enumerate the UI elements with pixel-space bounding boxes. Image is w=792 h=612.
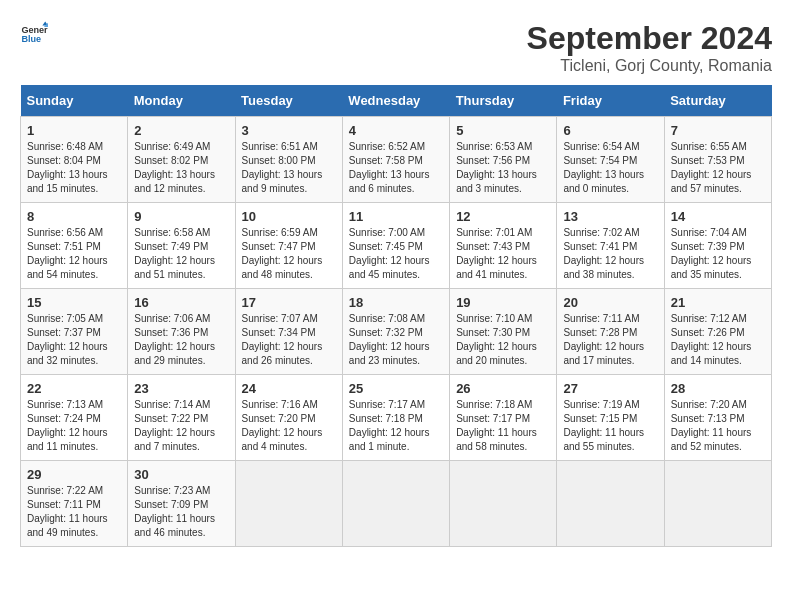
calendar-cell-17: 17Sunrise: 7:07 AMSunset: 7:34 PMDayligh…	[235, 289, 342, 375]
day-number: 22	[27, 381, 121, 396]
header-thursday: Thursday	[450, 85, 557, 117]
calendar-cell-empty	[450, 461, 557, 547]
calendar-cell-4: 4Sunrise: 6:52 AMSunset: 7:58 PMDaylight…	[342, 117, 449, 203]
day-number: 4	[349, 123, 443, 138]
day-info: Sunrise: 7:23 AMSunset: 7:09 PMDaylight:…	[134, 485, 215, 538]
day-info: Sunrise: 7:02 AMSunset: 7:41 PMDaylight:…	[563, 227, 644, 280]
day-info: Sunrise: 6:53 AMSunset: 7:56 PMDaylight:…	[456, 141, 537, 194]
title-section: September 2024 Ticleni, Gorj County, Rom…	[527, 20, 772, 75]
day-info: Sunrise: 7:00 AMSunset: 7:45 PMDaylight:…	[349, 227, 430, 280]
calendar-cell-16: 16Sunrise: 7:06 AMSunset: 7:36 PMDayligh…	[128, 289, 235, 375]
calendar-cell-9: 9Sunrise: 6:58 AMSunset: 7:49 PMDaylight…	[128, 203, 235, 289]
day-info: Sunrise: 6:48 AMSunset: 8:04 PMDaylight:…	[27, 141, 108, 194]
day-number: 25	[349, 381, 443, 396]
day-info: Sunrise: 7:05 AMSunset: 7:37 PMDaylight:…	[27, 313, 108, 366]
header-sunday: Sunday	[21, 85, 128, 117]
calendar-cell-3: 3Sunrise: 6:51 AMSunset: 8:00 PMDaylight…	[235, 117, 342, 203]
day-number: 13	[563, 209, 657, 224]
calendar-cell-5: 5Sunrise: 6:53 AMSunset: 7:56 PMDaylight…	[450, 117, 557, 203]
day-number: 27	[563, 381, 657, 396]
day-info: Sunrise: 7:13 AMSunset: 7:24 PMDaylight:…	[27, 399, 108, 452]
calendar-cell-19: 19Sunrise: 7:10 AMSunset: 7:30 PMDayligh…	[450, 289, 557, 375]
calendar-cell-30: 30Sunrise: 7:23 AMSunset: 7:09 PMDayligh…	[128, 461, 235, 547]
calendar-cell-12: 12Sunrise: 7:01 AMSunset: 7:43 PMDayligh…	[450, 203, 557, 289]
day-info: Sunrise: 7:01 AMSunset: 7:43 PMDaylight:…	[456, 227, 537, 280]
calendar-cell-13: 13Sunrise: 7:02 AMSunset: 7:41 PMDayligh…	[557, 203, 664, 289]
calendar-cell-24: 24Sunrise: 7:16 AMSunset: 7:20 PMDayligh…	[235, 375, 342, 461]
svg-text:Blue: Blue	[21, 34, 41, 44]
page-header: General Blue September 2024 Ticleni, Gor…	[20, 20, 772, 75]
day-info: Sunrise: 6:56 AMSunset: 7:51 PMDaylight:…	[27, 227, 108, 280]
day-number: 21	[671, 295, 765, 310]
calendar-cell-empty	[664, 461, 771, 547]
day-info: Sunrise: 7:12 AMSunset: 7:26 PMDaylight:…	[671, 313, 752, 366]
calendar-cell-10: 10Sunrise: 6:59 AMSunset: 7:47 PMDayligh…	[235, 203, 342, 289]
day-info: Sunrise: 7:07 AMSunset: 7:34 PMDaylight:…	[242, 313, 323, 366]
day-info: Sunrise: 6:58 AMSunset: 7:49 PMDaylight:…	[134, 227, 215, 280]
calendar-cell-28: 28Sunrise: 7:20 AMSunset: 7:13 PMDayligh…	[664, 375, 771, 461]
calendar-cell-14: 14Sunrise: 7:04 AMSunset: 7:39 PMDayligh…	[664, 203, 771, 289]
day-info: Sunrise: 6:59 AMSunset: 7:47 PMDaylight:…	[242, 227, 323, 280]
day-info: Sunrise: 7:18 AMSunset: 7:17 PMDaylight:…	[456, 399, 537, 452]
calendar-cell-7: 7Sunrise: 6:55 AMSunset: 7:53 PMDaylight…	[664, 117, 771, 203]
day-number: 2	[134, 123, 228, 138]
day-number: 10	[242, 209, 336, 224]
day-info: Sunrise: 7:22 AMSunset: 7:11 PMDaylight:…	[27, 485, 108, 538]
day-number: 8	[27, 209, 121, 224]
day-info: Sunrise: 6:52 AMSunset: 7:58 PMDaylight:…	[349, 141, 430, 194]
day-number: 28	[671, 381, 765, 396]
day-info: Sunrise: 6:54 AMSunset: 7:54 PMDaylight:…	[563, 141, 644, 194]
day-number: 23	[134, 381, 228, 396]
day-info: Sunrise: 7:06 AMSunset: 7:36 PMDaylight:…	[134, 313, 215, 366]
calendar-cell-23: 23Sunrise: 7:14 AMSunset: 7:22 PMDayligh…	[128, 375, 235, 461]
day-info: Sunrise: 7:20 AMSunset: 7:13 PMDaylight:…	[671, 399, 752, 452]
calendar-cell-1: 1Sunrise: 6:48 AMSunset: 8:04 PMDaylight…	[21, 117, 128, 203]
calendar-cell-empty	[342, 461, 449, 547]
header-wednesday: Wednesday	[342, 85, 449, 117]
day-info: Sunrise: 6:55 AMSunset: 7:53 PMDaylight:…	[671, 141, 752, 194]
day-number: 15	[27, 295, 121, 310]
header-tuesday: Tuesday	[235, 85, 342, 117]
calendar-cell-20: 20Sunrise: 7:11 AMSunset: 7:28 PMDayligh…	[557, 289, 664, 375]
day-number: 26	[456, 381, 550, 396]
day-number: 12	[456, 209, 550, 224]
page-title: September 2024	[527, 20, 772, 57]
calendar-cell-26: 26Sunrise: 7:18 AMSunset: 7:17 PMDayligh…	[450, 375, 557, 461]
day-number: 30	[134, 467, 228, 482]
calendar-cell-2: 2Sunrise: 6:49 AMSunset: 8:02 PMDaylight…	[128, 117, 235, 203]
day-info: Sunrise: 6:51 AMSunset: 8:00 PMDaylight:…	[242, 141, 323, 194]
day-info: Sunrise: 7:14 AMSunset: 7:22 PMDaylight:…	[134, 399, 215, 452]
day-info: Sunrise: 7:04 AMSunset: 7:39 PMDaylight:…	[671, 227, 752, 280]
day-info: Sunrise: 7:16 AMSunset: 7:20 PMDaylight:…	[242, 399, 323, 452]
logo-icon: General Blue	[20, 20, 48, 48]
day-number: 17	[242, 295, 336, 310]
day-info: Sunrise: 7:11 AMSunset: 7:28 PMDaylight:…	[563, 313, 644, 366]
day-number: 20	[563, 295, 657, 310]
calendar-table: Sunday Monday Tuesday Wednesday Thursday…	[20, 85, 772, 547]
day-number: 9	[134, 209, 228, 224]
header-saturday: Saturday	[664, 85, 771, 117]
calendar-cell-15: 15Sunrise: 7:05 AMSunset: 7:37 PMDayligh…	[21, 289, 128, 375]
day-number: 7	[671, 123, 765, 138]
calendar-cell-empty	[235, 461, 342, 547]
day-number: 14	[671, 209, 765, 224]
calendar-cell-29: 29Sunrise: 7:22 AMSunset: 7:11 PMDayligh…	[21, 461, 128, 547]
day-number: 6	[563, 123, 657, 138]
day-number: 16	[134, 295, 228, 310]
calendar-cell-11: 11Sunrise: 7:00 AMSunset: 7:45 PMDayligh…	[342, 203, 449, 289]
day-number: 24	[242, 381, 336, 396]
day-number: 19	[456, 295, 550, 310]
day-number: 3	[242, 123, 336, 138]
day-info: Sunrise: 7:10 AMSunset: 7:30 PMDaylight:…	[456, 313, 537, 366]
day-info: Sunrise: 6:49 AMSunset: 8:02 PMDaylight:…	[134, 141, 215, 194]
calendar-cell-8: 8Sunrise: 6:56 AMSunset: 7:51 PMDaylight…	[21, 203, 128, 289]
day-number: 29	[27, 467, 121, 482]
day-number: 11	[349, 209, 443, 224]
header-monday: Monday	[128, 85, 235, 117]
page-subtitle: Ticleni, Gorj County, Romania	[527, 57, 772, 75]
calendar-cell-21: 21Sunrise: 7:12 AMSunset: 7:26 PMDayligh…	[664, 289, 771, 375]
day-info: Sunrise: 7:19 AMSunset: 7:15 PMDaylight:…	[563, 399, 644, 452]
header-friday: Friday	[557, 85, 664, 117]
calendar-cell-6: 6Sunrise: 6:54 AMSunset: 7:54 PMDaylight…	[557, 117, 664, 203]
day-info: Sunrise: 7:08 AMSunset: 7:32 PMDaylight:…	[349, 313, 430, 366]
